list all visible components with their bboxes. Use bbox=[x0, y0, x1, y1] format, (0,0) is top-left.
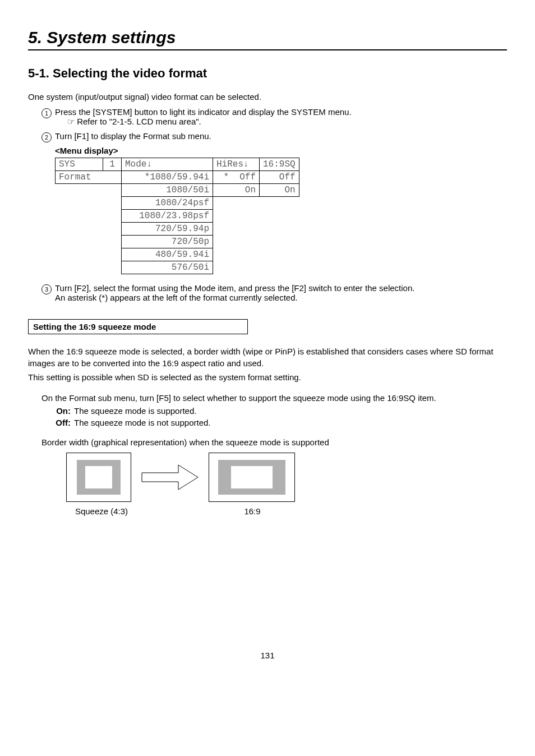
squeeze-diagram bbox=[66, 453, 507, 502]
lcd-opt-m7: 576/50i bbox=[122, 261, 213, 274]
pointer-icon: ☞ bbox=[67, 117, 75, 126]
lcd-opt-m6: 480/59.94i bbox=[122, 248, 213, 261]
frame-4-3 bbox=[66, 453, 131, 502]
lcd-format: Format bbox=[56, 171, 122, 184]
squeeze-box-heading: Setting the 16:9 squeeze mode bbox=[28, 319, 248, 334]
step-3: 3 Turn [F2], select the format using the… bbox=[41, 283, 507, 302]
lcd-opt-m2: 1080/24psf bbox=[122, 197, 213, 210]
lcd-opt-h1: On bbox=[213, 184, 260, 197]
white-box-16-9 bbox=[231, 466, 273, 488]
svg-marker-0 bbox=[142, 465, 198, 490]
lcd-sys: SYS bbox=[56, 158, 103, 171]
off-row: Off: The squeeze mode is not supported. bbox=[50, 418, 507, 427]
label-16-9: 16:9 bbox=[207, 506, 297, 516]
step-1: 1 Press the [SYSTEM] button to light its… bbox=[41, 107, 507, 127]
circled-3-icon: 3 bbox=[41, 284, 52, 294]
lcd-mode-h: Mode↓ bbox=[122, 158, 213, 171]
lcd-opt-m4: 720/59.94p bbox=[122, 223, 213, 236]
step3-line1: Turn [F2], select the format using the M… bbox=[55, 283, 414, 293]
on-text: The squeeze mode is supported. bbox=[74, 406, 196, 416]
page-number: 131 bbox=[28, 651, 507, 660]
frame-16-9 bbox=[209, 453, 295, 502]
step-2: 2 Turn [F1] to display the Format sub me… bbox=[41, 131, 507, 142]
lcd-opt-s1: On bbox=[260, 184, 299, 197]
lcd-page: 1 bbox=[103, 158, 122, 171]
lcd-sq-val: Off bbox=[260, 171, 299, 184]
lcd-opt-m1: 1080/50i bbox=[122, 184, 213, 197]
menu-display-label: <Menu display> bbox=[55, 146, 507, 155]
intro-text: One system (input/output signal) video f… bbox=[28, 91, 507, 103]
graphic-caption: Border width (graphical representation) … bbox=[41, 437, 507, 447]
asterisk-icon: * bbox=[223, 172, 229, 182]
lcd-hires-h: HiRes↓ bbox=[213, 158, 260, 171]
section-title: 5-1. Selecting the video format bbox=[28, 66, 507, 81]
squeeze-p1: When the 16:9 squeeze mode is selected, … bbox=[28, 345, 507, 369]
grey-box-4-3 bbox=[77, 460, 121, 495]
lcd-opt-m5: 720/50p bbox=[122, 236, 213, 248]
chapter-rule bbox=[28, 49, 507, 50]
lcd-sq-h: 16:9SQ bbox=[260, 158, 299, 171]
step2-text: Turn [F1] to display the Format sub menu… bbox=[55, 131, 211, 141]
on-label: On: bbox=[50, 406, 71, 416]
circled-2-icon: 2 bbox=[41, 132, 52, 142]
lcd-menu: SYS 1 Mode↓ HiRes↓ 16:9SQ Format *1080/5… bbox=[55, 158, 507, 274]
white-box-4-3 bbox=[85, 466, 112, 488]
step1-ref: Refer to "2-1-5. LCD menu area". bbox=[77, 117, 201, 126]
lcd-mode-val: *1080/59.94i bbox=[122, 171, 213, 184]
step3-line2a: An asterisk ( bbox=[55, 293, 102, 302]
lcd-hires-val: * Off bbox=[213, 171, 260, 184]
lcd-opt-m3: 1080/23.98psf bbox=[122, 210, 213, 223]
off-text: The squeeze mode is not supported. bbox=[74, 418, 211, 427]
grey-box-16-9 bbox=[218, 460, 285, 495]
arrow-icon bbox=[139, 460, 201, 494]
squeeze-instr: On the Format sub menu, turn [F5] to sel… bbox=[41, 392, 507, 404]
squeeze-p2: This setting is possible when SD is sele… bbox=[28, 371, 507, 383]
on-row: On: The squeeze mode is supported. bbox=[50, 406, 507, 416]
asterisk-icon: * bbox=[145, 172, 150, 182]
circled-1-icon: 1 bbox=[41, 108, 52, 118]
off-label: Off: bbox=[50, 418, 71, 427]
chapter-title: 5. System settings bbox=[28, 28, 507, 47]
step1-text: Press the [SYSTEM] button to light its i… bbox=[55, 107, 352, 117]
step3-line2b: ) appears at the left of the format curr… bbox=[105, 293, 298, 302]
label-4-3: Squeeze (4:3) bbox=[66, 506, 137, 516]
